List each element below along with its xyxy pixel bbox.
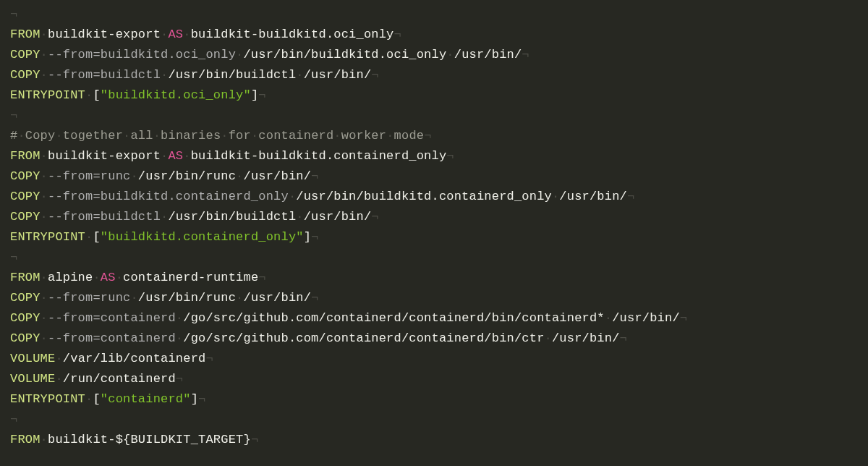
token-op: AS [168,149,183,163]
token-kw: ENTRYPOINT [10,88,85,102]
token-ws: · [41,190,48,203]
token-plain: /usr/bin/ [454,48,522,62]
token-kw: COPY [10,169,41,183]
token-plain: buildkit-export [48,149,161,163]
token-plain: /usr/bin/ [612,311,680,325]
token-ws: · [386,129,393,143]
token-plain: containerd-runtime [123,271,258,284]
token-ws: · [41,48,48,62]
token-punc: ] [304,230,311,244]
token-comm: mode [394,129,425,143]
token-ws: · [333,129,341,143]
token-ws: · [251,129,258,143]
token-ws: ¬ [680,311,687,325]
token-plain: /go/src/github.com/containerd/containerd… [183,311,605,325]
code-line[interactable]: ¬ [10,4,858,25]
token-flag: --from=containerd [48,331,176,345]
token-ws: · [41,271,48,284]
token-plain: buildkit-buildkitd.oci_only [191,27,394,41]
token-ws: · [176,331,183,345]
token-ws: · [296,68,303,82]
code-line[interactable]: ¬ [10,247,858,268]
token-ws: ¬ [10,412,17,426]
token-flag: --from=runc [48,169,130,183]
token-comm: binaries [161,129,221,143]
code-line[interactable]: COPY·--from=runc·/usr/bin/runc·/usr/bin/… [10,166,858,187]
token-plain: /usr/bin/runc [138,291,236,305]
code-line[interactable]: #·Copy·together·all·binaries·for·contain… [10,126,858,146]
code-line[interactable]: COPY·--from=buildkitd.oci_only·/usr/bin/… [10,45,858,65]
token-ws: · [236,169,243,183]
token-ws: · [41,433,48,446]
token-ws: ¬ [311,291,318,305]
token-ws: · [161,27,168,41]
token-flag: --from=buildkitd.oci_only [48,48,236,62]
token-ws: · [161,149,168,163]
code-line[interactable]: COPY·--from=buildctl·/usr/bin/buildctl·/… [10,207,858,227]
code-line[interactable]: FROM·buildkit-${BUILDKIT_TARGET}¬ [10,430,858,450]
code-line[interactable]: FROM·buildkit-export·AS·buildkit-buildki… [10,146,858,166]
code-line[interactable]: ¬ [10,410,858,430]
token-ws: · [236,291,243,305]
token-plain: /go/src/github.com/containerd/containerd… [183,331,544,345]
token-plain: /usr/bin/ [304,68,372,82]
token-ws: · [176,311,183,325]
code-line[interactable]: ENTRYPOINT·["buildkitd.oci_only"]¬ [10,85,858,106]
token-kw: COPY [10,331,41,345]
code-line[interactable]: COPY·--from=buildctl·/usr/bin/buildctl·/… [10,65,858,85]
token-ws: ¬ [258,88,265,102]
token-ws: ¬ [311,169,318,183]
code-line[interactable]: VOLUME·/var/lib/containerd¬ [10,349,858,369]
token-ws: · [41,169,48,183]
token-plain: /usr/bin/ [243,169,311,183]
token-kw: FROM [10,433,41,446]
code-line[interactable]: ENTRYPOINT·["buildkitd.containerd_only"]… [10,227,858,247]
token-ws: ¬ [10,109,17,122]
token-ws: · [55,352,62,365]
token-str: "containerd" [101,392,191,406]
token-ws: · [41,291,48,305]
token-ws: · [41,149,48,163]
token-plain: /var/lib/containerd [63,352,206,365]
token-ws: · [85,230,93,244]
token-ws: ¬ [10,250,17,264]
token-flag: --from=runc [48,291,130,305]
token-ws: · [183,27,190,41]
token-ws: · [17,129,25,143]
token-kw: COPY [10,311,41,325]
token-kw: FROM [10,149,41,163]
token-ws: · [123,129,130,143]
token-ws: ¬ [176,372,183,386]
token-kw: COPY [10,48,41,62]
token-kw: ENTRYPOINT [10,392,85,406]
token-ws: · [605,311,612,325]
code-line[interactable]: COPY·--from=buildkitd.containerd_only·/u… [10,187,858,207]
token-ws: · [41,331,48,345]
code-line[interactable]: COPY·--from=containerd·/go/src/github.co… [10,308,858,329]
code-line[interactable]: COPY·--from=runc·/usr/bin/runc·/usr/bin/… [10,288,858,308]
token-ws: ¬ [10,7,17,21]
token-punc: [ [93,230,100,244]
token-ws: · [93,271,100,284]
token-plain: /usr/bin/buildctl [168,210,296,224]
code-line[interactable]: VOLUME·/run/containerd¬ [10,369,858,389]
token-ws: ¬ [251,433,258,446]
token-punc: [ [93,88,100,102]
code-line[interactable]: ¬ [10,106,858,126]
token-ws: · [41,27,48,41]
code-line[interactable]: FROM·alpine·AS·containerd-runtime¬ [10,268,858,288]
token-ws: · [85,88,93,102]
code-editor[interactable]: ¬FROM·buildkit-export·AS·buildkit-buildk… [0,0,868,454]
code-line[interactable]: ENTRYPOINT·["containerd"]¬ [10,389,858,410]
token-ws: · [85,392,93,406]
code-line[interactable]: COPY·--from=containerd·/go/src/github.co… [10,329,858,349]
token-comm: # [10,129,17,143]
token-ws: · [153,129,161,143]
token-ws: ¬ [371,210,378,224]
token-plain: /usr/bin/ [552,331,620,345]
token-ws: · [41,210,48,224]
token-ws: ¬ [371,68,378,82]
token-comm: all [130,129,153,143]
token-ws: · [183,149,190,163]
code-line[interactable]: FROM·buildkit-export·AS·buildkit-buildki… [10,25,858,45]
